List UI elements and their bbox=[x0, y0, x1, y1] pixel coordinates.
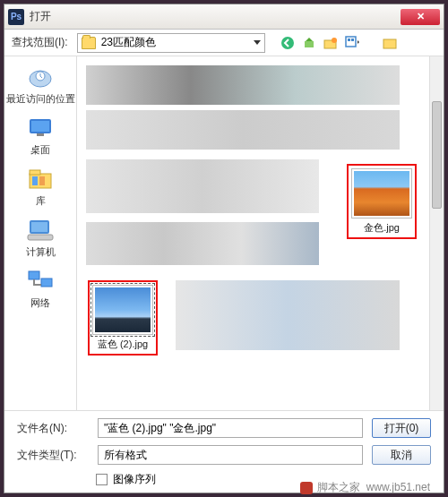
computer-icon bbox=[24, 217, 56, 244]
filename-label: 文件名(N): bbox=[17, 421, 89, 436]
desktop-icon bbox=[24, 115, 56, 141]
app-icon: Ps bbox=[8, 9, 24, 25]
chevron-down-icon bbox=[254, 40, 261, 45]
places-sidebar: 最近访问的位置 桌面 库 计算机 网络 bbox=[4, 56, 76, 410]
file-item-gold[interactable]: 金色.jpg bbox=[347, 164, 417, 239]
image-sequence-label: 图像序列 bbox=[113, 472, 156, 487]
svg-rect-6 bbox=[383, 39, 396, 48]
scrollbar-thumb[interactable] bbox=[432, 101, 442, 209]
svg-rect-17 bbox=[31, 222, 47, 232]
svg-rect-14 bbox=[32, 176, 38, 185]
cancel-button[interactable]: 取消 bbox=[372, 445, 431, 465]
open-button[interactable]: 打开(0) bbox=[372, 418, 431, 438]
file-caption: 金色.jpg bbox=[364, 221, 400, 235]
file-item-blue[interactable]: 蓝色 (2).jpg bbox=[88, 280, 158, 356]
watermark-logo bbox=[300, 482, 313, 494]
sidebar-item-library[interactable]: 库 bbox=[4, 166, 76, 208]
sidebar-item-recent[interactable]: 最近访问的位置 bbox=[4, 64, 76, 106]
library-icon bbox=[24, 166, 56, 193]
svg-rect-11 bbox=[37, 133, 44, 136]
current-folder: 23匹配颜色 bbox=[101, 35, 248, 50]
image-sequence-checkbox[interactable] bbox=[96, 474, 108, 485]
sidebar-item-computer[interactable]: 计算机 bbox=[4, 217, 76, 259]
toolbar: 查找范围(I): 23匹配颜色 bbox=[4, 30, 444, 56]
watermark: 脚本之家 www.jb51.net bbox=[300, 480, 431, 495]
file-caption: 蓝色 (2).jpg bbox=[98, 338, 148, 351]
svg-rect-19 bbox=[29, 271, 39, 279]
extra-folder-icon[interactable] bbox=[382, 35, 398, 51]
open-dialog: Ps 打开 ✕ 查找范围(I): 23匹配颜色 最近访问的位置 桌面 bbox=[4, 4, 444, 493]
lookin-label: 查找范围(I): bbox=[12, 35, 68, 50]
bottom-panel: 文件名(N): "蓝色 (2).jpg" "金色.jpg" 打开(0) 文件类型… bbox=[4, 410, 444, 493]
sidebar-item-desktop[interactable]: 桌面 bbox=[4, 115, 76, 157]
filetype-dropdown[interactable]: 所有格式 bbox=[98, 445, 363, 465]
network-icon bbox=[24, 268, 56, 295]
sidebar-item-label: 计算机 bbox=[26, 245, 56, 259]
svg-rect-10 bbox=[31, 121, 49, 132]
sidebar-item-label: 桌面 bbox=[30, 143, 50, 157]
folder-icon bbox=[82, 37, 96, 49]
close-button[interactable]: ✕ bbox=[401, 9, 440, 25]
titlebar: Ps 打开 ✕ bbox=[4, 4, 444, 30]
sidebar-item-network[interactable]: 网络 bbox=[4, 268, 76, 310]
filetype-label: 文件类型(T): bbox=[17, 448, 89, 463]
svg-rect-15 bbox=[39, 176, 45, 185]
svg-rect-4 bbox=[348, 39, 350, 41]
sidebar-item-label: 网络 bbox=[30, 296, 50, 310]
svg-rect-20 bbox=[41, 278, 52, 287]
nav-icons bbox=[280, 35, 398, 51]
svg-rect-3 bbox=[346, 37, 356, 47]
svg-point-2 bbox=[332, 38, 337, 43]
view-menu-icon[interactable] bbox=[344, 35, 360, 51]
dialog-body: 最近访问的位置 桌面 库 计算机 网络 bbox=[4, 56, 444, 410]
back-icon[interactable] bbox=[280, 35, 296, 51]
filename-input[interactable]: "蓝色 (2).jpg" "金色.jpg" bbox=[98, 418, 363, 438]
up-icon[interactable] bbox=[301, 35, 317, 51]
svg-point-0 bbox=[281, 37, 294, 49]
file-list[interactable]: 金色.jpg 蓝色 (2).jpg bbox=[76, 56, 444, 410]
svg-rect-18 bbox=[28, 235, 53, 240]
folder-dropdown[interactable]: 23匹配颜色 bbox=[77, 33, 265, 53]
sidebar-item-label: 库 bbox=[36, 194, 46, 208]
new-folder-icon[interactable] bbox=[323, 35, 339, 51]
svg-rect-13 bbox=[30, 170, 40, 175]
scrollbar[interactable] bbox=[429, 56, 444, 410]
recent-icon bbox=[24, 64, 56, 90]
window-title: 打开 bbox=[30, 9, 401, 24]
sidebar-item-label: 最近访问的位置 bbox=[6, 92, 75, 106]
svg-rect-5 bbox=[351, 39, 354, 41]
